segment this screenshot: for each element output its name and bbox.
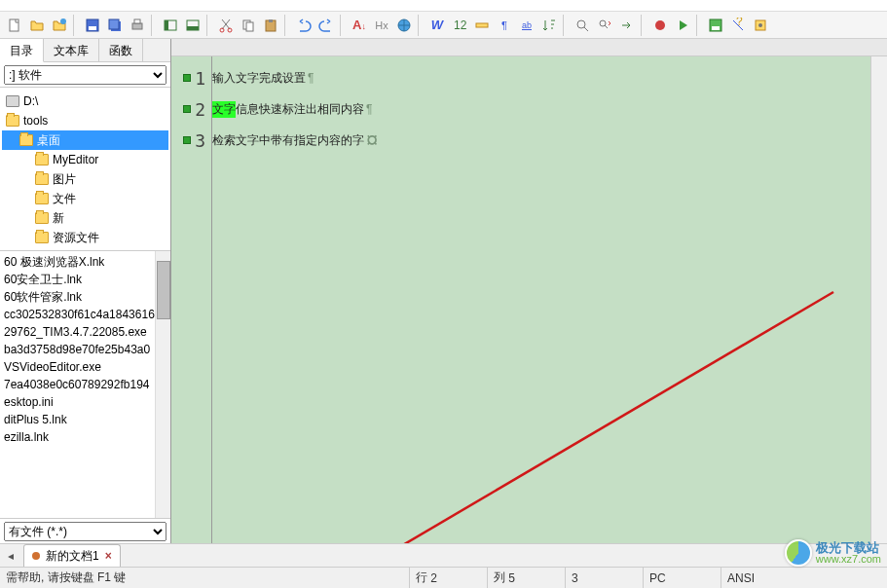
scroll-thumb[interactable] bbox=[157, 261, 170, 319]
folder-icon bbox=[35, 193, 49, 204]
tree-item[interactable]: 桌面 bbox=[2, 130, 168, 150]
change-marker-icon bbox=[183, 136, 191, 144]
folder-tree[interactable]: D:\tools桌面MyEditor图片文件新资源文件 bbox=[0, 88, 170, 251]
svg-point-1 bbox=[60, 18, 66, 24]
drive-icon bbox=[6, 95, 19, 107]
pilcrow-icon: ¶ bbox=[366, 102, 372, 116]
tree-item[interactable]: MyEditor bbox=[2, 150, 168, 169]
svg-rect-7 bbox=[134, 19, 140, 23]
toolbar-separator bbox=[696, 15, 702, 36]
tree-item-label: 桌面 bbox=[37, 132, 60, 149]
file-row[interactable]: ditPlus 5.lnk bbox=[4, 411, 166, 428]
toggle-panel-button[interactable] bbox=[160, 15, 181, 36]
tree-item[interactable]: 文件 bbox=[2, 189, 168, 208]
file-row[interactable]: VSVideoEditor.exe bbox=[4, 358, 166, 376]
file-filter-select[interactable]: 有文件 (*.*) bbox=[4, 522, 166, 541]
svg-rect-3 bbox=[89, 26, 96, 30]
ruler bbox=[171, 39, 887, 56]
file-row[interactable]: cc302532830f61c4a1843616 bbox=[4, 306, 166, 323]
change-marker-icon bbox=[183, 74, 191, 82]
tree-item[interactable]: tools bbox=[2, 111, 168, 130]
file-row[interactable]: 60软件管家.lnk bbox=[4, 288, 166, 306]
tree-item-label: 资源文件 bbox=[53, 230, 99, 246]
svg-rect-20 bbox=[476, 23, 488, 27]
file-row[interactable]: ezilla.lnk bbox=[4, 428, 166, 446]
print-button[interactable] bbox=[127, 15, 148, 36]
line-gutter[interactable]: 1 2 3 bbox=[171, 56, 212, 543]
whitespace-button[interactable]: ¶ bbox=[494, 15, 515, 36]
tree-item[interactable]: 图片 bbox=[2, 169, 168, 189]
tree-item-label: tools bbox=[23, 114, 48, 128]
output-panel-button[interactable] bbox=[182, 15, 203, 36]
status-encoding: ANSI bbox=[721, 568, 798, 588]
goto-button[interactable] bbox=[616, 15, 638, 36]
svg-rect-6 bbox=[132, 23, 142, 29]
toolbar-separator bbox=[563, 15, 569, 36]
cut-button[interactable] bbox=[215, 15, 237, 36]
settings-button[interactable] bbox=[750, 15, 771, 36]
svg-rect-15 bbox=[246, 22, 253, 31]
ruler-button[interactable] bbox=[471, 15, 493, 36]
file-row[interactable]: 29762_TIM3.4.7.22085.exe bbox=[4, 323, 166, 341]
line-number-button[interactable]: 12 bbox=[449, 15, 470, 36]
folder-icon bbox=[6, 115, 19, 127]
tab-scroll-left-icon[interactable]: ◂ bbox=[4, 549, 18, 563]
spell-button[interactable]: ab bbox=[516, 15, 537, 36]
document-tab-label: 新的文档1 bbox=[46, 548, 99, 565]
play-macro-button[interactable] bbox=[672, 15, 693, 36]
toolbar-separator bbox=[641, 15, 647, 36]
pilcrow-icon: ¶ bbox=[308, 71, 314, 85]
hex-button[interactable]: Hx bbox=[371, 15, 392, 36]
copy-button[interactable] bbox=[238, 15, 259, 36]
line-number: 1 bbox=[195, 68, 205, 89]
editor-vscrollbar[interactable] bbox=[870, 56, 887, 543]
open-remote-button[interactable] bbox=[49, 15, 70, 36]
document-tab[interactable]: 新的文档1 × bbox=[23, 544, 121, 568]
paste-button[interactable] bbox=[260, 15, 281, 36]
file-row[interactable]: esktop.ini bbox=[4, 393, 166, 411]
sidebar: 目录 文本库 函数 :] 软件 D:\tools桌面MyEditor图片文件新资… bbox=[0, 39, 171, 543]
record-macro-button[interactable] bbox=[649, 15, 671, 36]
save-session-button[interactable] bbox=[705, 15, 726, 36]
tree-item[interactable]: 新 bbox=[2, 208, 168, 228]
svg-text:?: ? bbox=[736, 18, 743, 28]
toolbar-separator bbox=[284, 15, 290, 36]
drive-select[interactable]: :] 软件 bbox=[4, 65, 166, 85]
toolbar-separator bbox=[340, 15, 346, 36]
tree-item[interactable]: D:\ bbox=[2, 92, 168, 111]
font-color-button[interactable]: A↓ bbox=[349, 15, 370, 36]
undo-button[interactable] bbox=[293, 15, 314, 36]
new-file-button[interactable] bbox=[4, 15, 25, 36]
file-row[interactable]: 60 极速浏览器X.lnk bbox=[4, 253, 166, 271]
folder-icon bbox=[35, 232, 49, 243]
svg-rect-25 bbox=[712, 26, 720, 30]
sidebar-tab-snippets[interactable]: 文本库 bbox=[44, 39, 99, 61]
file-list-scrollbar[interactable] bbox=[155, 251, 170, 518]
replace-button[interactable] bbox=[594, 15, 615, 36]
find-button[interactable] bbox=[572, 15, 593, 36]
file-row[interactable]: 7ea4038e0c60789292fb194 bbox=[4, 376, 166, 393]
save-button[interactable] bbox=[82, 15, 103, 36]
menu-bar[interactable] bbox=[0, 0, 887, 12]
open-file-button[interactable] bbox=[26, 15, 48, 36]
sidebar-tab-directory[interactable]: 目录 bbox=[0, 39, 44, 62]
sidebar-tab-functions[interactable]: 函数 bbox=[99, 39, 143, 61]
help-button[interactable]: ? bbox=[727, 15, 749, 36]
line-number: 3 bbox=[195, 130, 205, 151]
tree-item[interactable]: 资源文件 bbox=[2, 228, 168, 247]
sort-button[interactable] bbox=[538, 15, 560, 36]
file-row[interactable]: 60安全卫士.lnk bbox=[4, 271, 166, 288]
file-list[interactable]: 60 极速浏览器X.lnk60安全卫士.lnk60软件管家.lnkcc30253… bbox=[0, 251, 170, 518]
save-all-button[interactable] bbox=[104, 15, 126, 36]
status-chars: 3 bbox=[565, 568, 643, 588]
svg-rect-11 bbox=[187, 26, 199, 30]
close-tab-icon[interactable]: × bbox=[105, 549, 112, 563]
redo-button[interactable] bbox=[315, 15, 337, 36]
file-row[interactable]: ba3d3758d98e70fe25b43a0 bbox=[4, 341, 166, 358]
text-content[interactable]: 输入文字完成设置¶ 文字信息快速标注出相同内容¶ 检索文字中带有指定内容的字¤ bbox=[212, 56, 870, 543]
browser-button[interactable] bbox=[393, 15, 415, 36]
status-bar: 需帮助, 请按键盘 F1 键 行 2 列 5 3 PC ANSI bbox=[0, 567, 887, 588]
folder-icon bbox=[35, 212, 49, 224]
svg-rect-17 bbox=[269, 19, 273, 22]
wordwrap-button[interactable]: W bbox=[426, 15, 448, 36]
